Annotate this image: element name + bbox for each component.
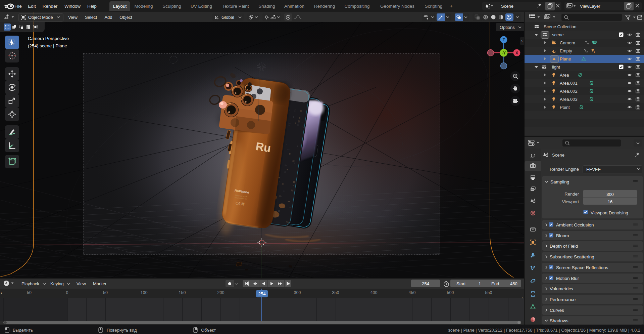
svg-text:X: X — [515, 51, 518, 55]
svg-text:-Y: -Y — [502, 51, 506, 55]
svg-text:18: 18 — [594, 51, 595, 53]
svg-text:Ru: Ru — [255, 140, 272, 155]
svg-text:Z: Z — [502, 38, 505, 42]
